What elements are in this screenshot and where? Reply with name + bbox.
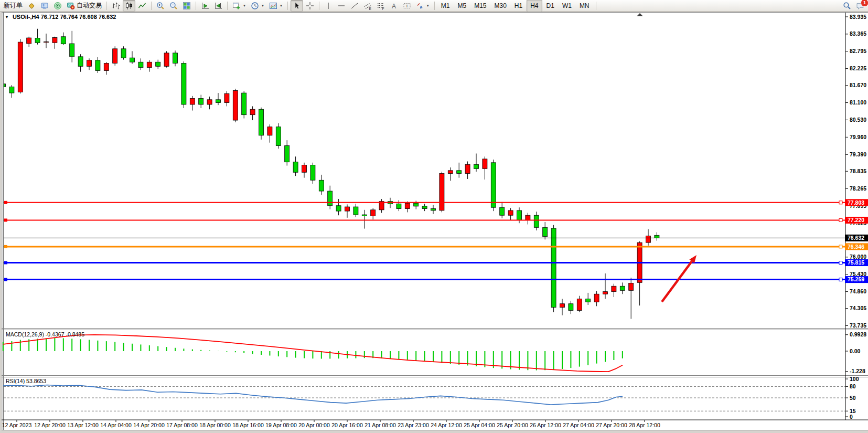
rsi-label: RSI(14) 53.8653 — [6, 378, 46, 384]
dropdown-caret-icon[interactable]: ▼ — [426, 4, 430, 7]
line-anchor-handle — [4, 201, 7, 204]
svg-text:78.835: 78.835 — [850, 168, 866, 174]
dropdown-caret-icon[interactable]: ▼ — [280, 4, 283, 7]
svg-text:0.00: 0.00 — [850, 348, 861, 354]
svg-text:75.815: 75.815 — [848, 259, 864, 266]
svg-text:A: A — [392, 2, 396, 9]
svg-text:83.935: 83.935 — [850, 14, 866, 20]
toolbar-separator — [106, 2, 107, 10]
timeframe-w1-button-label: W1 — [562, 2, 572, 9]
svg-text:12 Apr 20:00: 12 Apr 20:00 — [34, 422, 66, 428]
svg-text:-1.228: -1.228 — [850, 368, 865, 374]
timeframe-m30-button[interactable]: M30 — [491, 0, 510, 12]
text-icon[interactable]: A — [388, 0, 400, 12]
svg-text:27 Apr 20:00: 27 Apr 20:00 — [596, 422, 627, 428]
timeframe-m15-button-label: M15 — [474, 2, 486, 9]
new-order-button[interactable]: 新订单 — [2, 0, 25, 12]
auto-scroll-icon[interactable] — [199, 0, 211, 12]
svg-text:83.365: 83.365 — [850, 30, 866, 37]
auto-trading-button[interactable]: 自动交易 — [65, 0, 104, 12]
timeframe-d1-button[interactable]: D1 — [543, 0, 558, 12]
svg-text:50: 50 — [850, 395, 856, 401]
timeframe-h4-button-label: H4 — [530, 2, 538, 9]
chart-canvas[interactable]: 12 Apr 202312 Apr 20:0013 Apr 12:0014 Ap… — [0, 12, 868, 433]
svg-text:76.632: 76.632 — [848, 235, 864, 241]
cursor-icon[interactable] — [291, 0, 303, 12]
line-anchor-handle — [839, 201, 842, 204]
svg-text:77.220: 77.220 — [848, 217, 864, 223]
text-label-icon[interactable]: T — [401, 0, 413, 12]
line-anchor-handle — [4, 261, 7, 265]
trendline-icon[interactable] — [348, 0, 361, 12]
timeframe-m15-button[interactable]: M15 — [470, 0, 490, 12]
search-icon[interactable] — [841, 0, 853, 12]
zoom-in-icon[interactable] — [154, 0, 167, 12]
dropdown-caret-icon[interactable]: ▼ — [261, 4, 264, 7]
svg-text:80: 80 — [850, 383, 856, 389]
line-anchor-handle — [839, 261, 842, 265]
templates-dropdown[interactable]: ▼ — [267, 0, 285, 12]
svg-text:82.225: 82.225 — [850, 65, 866, 71]
auto-trading-button-label: 自动交易 — [77, 1, 102, 10]
svg-text:100: 100 — [850, 376, 859, 382]
svg-text:78.265: 78.265 — [850, 185, 866, 192]
svg-text:74.860: 74.860 — [850, 288, 866, 294]
equidistant-channel-icon[interactable]: E — [361, 0, 374, 12]
toolbar-separator — [151, 2, 152, 10]
svg-text:14 Apr 04:00: 14 Apr 04:00 — [100, 422, 132, 428]
signals-icon[interactable] — [51, 0, 64, 12]
bar-chart-icon[interactable] — [110, 0, 122, 12]
new-order-button-label: 新订单 — [4, 1, 23, 10]
new-chart-dropdown[interactable]: ▼ — [230, 0, 248, 12]
line-chart-icon[interactable] — [136, 0, 148, 12]
timeframe-m5-button[interactable]: M5 — [454, 0, 470, 12]
svg-text:76.346: 76.346 — [848, 244, 864, 250]
timeframe-mn-button-label: MN — [580, 2, 590, 9]
svg-text:75.259: 75.259 — [848, 276, 864, 282]
data-window-icon[interactable] — [38, 0, 51, 12]
chart-title-text: USOil-,H4 76.712 76.764 76.608 76.632 — [13, 14, 116, 20]
collapse-icon[interactable]: ▼ — [5, 15, 9, 19]
arrows-dropdown[interactable]: ▼ — [414, 0, 432, 12]
timeframe-h1-button[interactable]: H1 — [511, 0, 526, 12]
candlestick-chart-icon[interactable] — [123, 0, 135, 12]
toolbar-separator — [596, 2, 596, 10]
svg-text:21 Apr 08:00: 21 Apr 08:00 — [365, 422, 396, 428]
timeframe-w1-button[interactable]: W1 — [559, 0, 575, 12]
horizontal-line-icon[interactable] — [335, 0, 348, 12]
timeframe-m1-button-label: M1 — [441, 2, 450, 9]
chat-icon[interactable]: 1 — [854, 0, 866, 12]
market-watch-icon[interactable] — [25, 0, 38, 12]
line-anchor-handle — [839, 278, 842, 281]
svg-text:81.670: 81.670 — [850, 82, 866, 88]
svg-text:28 Apr 12:00: 28 Apr 12:00 — [629, 422, 660, 428]
svg-text:81.100: 81.100 — [850, 99, 866, 105]
svg-text:20 Apr 16:00: 20 Apr 16:00 — [331, 422, 363, 428]
svg-text:E: E — [369, 6, 371, 10]
svg-text:79.390: 79.390 — [850, 151, 866, 157]
svg-text:25 Apr 20:00: 25 Apr 20:00 — [497, 422, 528, 428]
svg-text:F: F — [382, 6, 384, 9]
tile-windows-icon[interactable] — [180, 0, 193, 12]
timeframe-h4-button[interactable]: H4 — [527, 0, 542, 12]
periods-dropdown[interactable]: ▼ — [249, 0, 266, 12]
zoom-out-icon[interactable] — [167, 0, 180, 12]
timeframe-d1-button-label: D1 — [546, 2, 554, 9]
line-anchor-handle — [4, 218, 7, 221]
macd-label: MACD(12,26,9) -0.4367 -0.8485 — [6, 331, 84, 337]
crosshair-icon[interactable] — [304, 0, 316, 12]
svg-text:79.960: 79.960 — [850, 134, 866, 140]
vertical-line-icon[interactable] — [322, 0, 335, 12]
timeframe-m30-button-label: M30 — [495, 2, 507, 9]
toolbar-separator — [227, 2, 228, 10]
svg-text:80.530: 80.530 — [850, 117, 866, 123]
svg-text:74.305: 74.305 — [850, 305, 866, 311]
chart-shift-icon[interactable] — [212, 0, 224, 12]
timeframe-m1-button[interactable]: M1 — [437, 0, 454, 12]
fibonacci-icon[interactable]: F — [374, 0, 387, 12]
line-anchor-handle — [4, 278, 7, 281]
dropdown-caret-icon[interactable]: ▼ — [243, 4, 246, 7]
svg-text:18 Apr 16:00: 18 Apr 16:00 — [232, 422, 264, 428]
toolbar-separator — [434, 2, 435, 10]
timeframe-mn-button[interactable]: MN — [576, 0, 593, 12]
